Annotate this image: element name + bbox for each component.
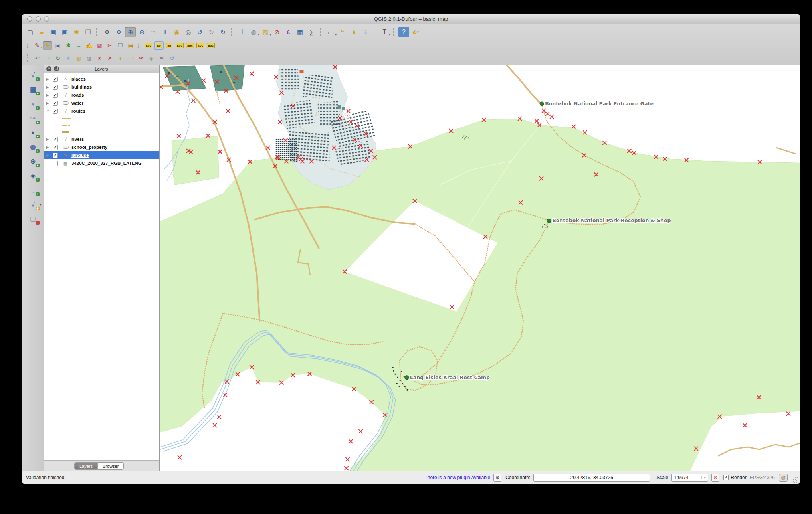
node-tool-button[interactable]: ✍ (84, 41, 94, 50)
layer-item-water[interactable]: ▶✓water (44, 99, 159, 107)
add-wcs-layer-button[interactable]: ⊕+ (28, 156, 38, 166)
move-feature-button[interactable]: → (74, 41, 83, 50)
expander-icon[interactable]: ▶ (46, 77, 51, 81)
new-composer-button[interactable]: ✱ (71, 27, 82, 37)
layer-visibility-checkbox[interactable]: ✓ (53, 85, 58, 90)
rotate-feature-button[interactable]: ↻ (53, 54, 63, 63)
expander-icon[interactable]: ▼ (46, 109, 51, 113)
select-features-button[interactable]: ▨▾ (260, 27, 271, 37)
expander-icon[interactable]: ▶ (46, 146, 51, 149)
add-wms-layer-button[interactable]: ◍+ (28, 142, 38, 152)
deselect-features-button[interactable]: ⊘ (271, 27, 282, 37)
stop-render-icon[interactable]: ⊘ (711, 474, 719, 482)
layer-visibility-checkbox[interactable]: ✓ (53, 145, 58, 150)
show-bookmarks-button[interactable]: ☆ (360, 27, 371, 37)
layer-visibility-checkbox[interactable]: ✓ (53, 137, 58, 142)
layer-item-school_property[interactable]: ▶✓school_property (44, 143, 159, 151)
save-project-as-button[interactable]: ▣ (59, 27, 70, 37)
open-project-button[interactable]: ▰ (36, 27, 47, 37)
scale-combo[interactable]: 1:9974 ▾ (671, 474, 708, 482)
layer-item-routes[interactable]: ▼✓√routes (44, 107, 159, 115)
new-shapefile-layer-button[interactable]: √✱▾ (28, 200, 38, 210)
highlight-pinned-labels-button[interactable]: ab (164, 41, 174, 50)
layer-item-roads[interactable]: ▶✓√roads (44, 91, 159, 99)
layer-item-3420C_2010_327_RGB_LATLNG[interactable]: ▩3420C_2010_327_RGB_LATLNG (44, 159, 159, 167)
new-bookmark-button[interactable]: ★ (349, 27, 359, 37)
zoom-to-layer-button[interactable]: ◎ (183, 27, 194, 37)
delete-selected-button[interactable]: ▨ (95, 41, 104, 50)
delete-part-button[interactable]: ✕ (105, 54, 115, 63)
layer-visibility-checkbox[interactable]: ✓ (53, 93, 58, 98)
zoom-out-button[interactable]: ⊖ (137, 27, 147, 37)
layer-visibility-checkbox[interactable] (53, 161, 58, 166)
fill-ring-button[interactable]: ◖ (115, 54, 125, 63)
map-tips-button[interactable]: ❝ (337, 27, 348, 37)
layer-visibility-checkbox[interactable]: ✓ (53, 101, 58, 106)
expander-icon[interactable]: ▶ (46, 85, 51, 89)
rotate-point-symbols-button[interactable]: ↺ (167, 54, 177, 63)
add-wfs-layer-button[interactable]: ◈+ (28, 171, 38, 181)
split-features-button[interactable]: ✂ (136, 54, 146, 63)
pin-labels-button[interactable]: ab (154, 41, 164, 50)
add-raster-layer-button[interactable]: ▦+ (28, 85, 38, 95)
panel-tab-layers[interactable]: Layers (74, 462, 98, 470)
offset-curve-button[interactable]: ◠ (126, 54, 135, 63)
map-canvas[interactable]: Bontebok National Park Entrance GateBont… (160, 65, 800, 471)
new-plugin-link[interactable]: There is a new plugin available (424, 475, 490, 480)
paste-features-button[interactable]: ▤ (126, 41, 135, 50)
help-button[interactable]: ? (398, 27, 409, 37)
delete-ring-button[interactable]: ✕ (95, 54, 104, 63)
zoom-next-button[interactable]: ↻ (206, 27, 217, 37)
add-mssql-layer-button[interactable]: ◗+ (28, 128, 38, 138)
rotate-label-button[interactable]: abc (196, 41, 205, 50)
pan-map-button[interactable]: ✥ (102, 27, 113, 37)
expander-icon[interactable]: ▶ (46, 93, 51, 97)
layer-item-landuse[interactable]: ▶✓✎landuse (44, 151, 159, 159)
resize-grip[interactable] (792, 477, 798, 483)
show-hide-labels-button[interactable]: abc (175, 41, 184, 50)
refresh-button[interactable]: ↻ (218, 27, 228, 37)
add-ring-button[interactable]: ◍ (74, 54, 83, 63)
cut-features-button[interactable]: ✂ (105, 41, 115, 50)
feature-action-button[interactable]: ◍▾ (248, 27, 259, 37)
add-part-button[interactable]: ◍ (84, 54, 94, 63)
panel-tab-browser[interactable]: Browser (98, 462, 124, 470)
zoom-last-button[interactable]: ↺ (194, 27, 205, 37)
toggle-editing-button[interactable]: ✎ (43, 41, 52, 50)
add-spatialite-layer-button[interactable]: ✑+ (28, 113, 38, 123)
add-feature-button[interactable]: ✱ (63, 41, 73, 50)
simplify-feature-button[interactable]: ✦ (63, 54, 73, 63)
plugin-icon[interactable]: ⚙ (493, 474, 501, 482)
expander-icon[interactable]: ▶ (46, 138, 51, 141)
add-postgis-layer-button[interactable]: ◖+ (28, 99, 38, 109)
composer-manager-button[interactable]: ❐ (83, 27, 93, 37)
text-annotation-button[interactable]: T▾ (379, 27, 390, 37)
measure-button[interactable]: ▭▾ (325, 27, 336, 37)
expander-icon[interactable]: ▶ (46, 154, 51, 157)
new-project-button[interactable]: ▢ (25, 27, 36, 37)
layer-visibility-checkbox[interactable]: ✓ (53, 77, 58, 82)
add-delimited-text-button[interactable]: ,+ (28, 185, 38, 195)
identify-button[interactable]: i (237, 27, 248, 37)
save-project-button[interactable]: ▣ (48, 27, 59, 37)
reshape-features-button[interactable]: ✒ (157, 54, 166, 63)
layer-visibility-checkbox[interactable]: ✓ (53, 153, 58, 158)
split-parts-button[interactable]: ◈ (147, 54, 156, 63)
current-edits-button[interactable]: ✎▾ (32, 41, 42, 50)
label-button[interactable]: abc (144, 41, 153, 50)
layer-item-rivers[interactable]: ▶✓√rivers (44, 135, 159, 143)
layer-item-places[interactable]: ▶✓∴places (44, 75, 159, 83)
remove-layer-button[interactable]: ▢− (28, 214, 38, 224)
move-label-button[interactable]: abc (185, 41, 195, 50)
render-checkbox[interactable]: ✓ (723, 475, 729, 480)
zoom-to-selection-button[interactable]: ◉ (171, 27, 182, 37)
crs-icon[interactable]: ◍ (779, 474, 788, 482)
expander-icon[interactable]: ▶ (46, 101, 51, 105)
attribute-table-button[interactable]: ▦ (295, 27, 305, 37)
whats-this-button[interactable]: ✍? (410, 27, 421, 37)
save-layer-edits-button[interactable]: ▣ (53, 41, 63, 50)
field-calculator-button[interactable]: ∑ (306, 27, 317, 37)
copy-features-button[interactable]: ❐ (115, 41, 125, 50)
redo-button[interactable]: ↷ (43, 54, 52, 63)
coordinate-input[interactable] (533, 474, 650, 482)
